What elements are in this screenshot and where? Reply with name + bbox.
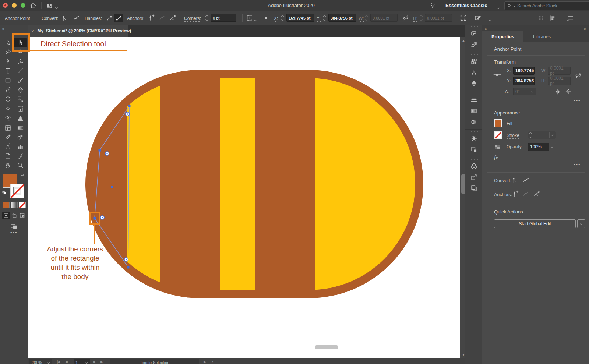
draw-inside-button[interactable] <box>18 212 26 219</box>
opacity-label[interactable]: Opacity <box>507 144 522 150</box>
show-handles-icon[interactable] <box>115 15 122 22</box>
tab-libraries[interactable]: Libraries <box>523 31 560 42</box>
align-options-icon[interactable] <box>549 14 557 22</box>
column-graph-tool[interactable] <box>14 142 27 152</box>
opacity-input[interactable]: 100% <box>528 143 549 151</box>
transform-widget-icon[interactable] <box>459 14 467 22</box>
expand-panel-chevron[interactable]: » <box>584 26 586 31</box>
lightbulb-icon[interactable] <box>429 2 436 9</box>
panel-button-symbols[interactable] <box>465 78 483 89</box>
maximize-window-button[interactable] <box>21 3 25 8</box>
quick-actions-dropdown[interactable] <box>577 219 585 228</box>
tab-properties[interactable]: Properties <box>482 31 523 42</box>
flip-vertical-icon[interactable] <box>565 88 572 95</box>
status-back-icon[interactable]: ‹ <box>212 359 213 364</box>
panel-button-export[interactable] <box>465 172 483 183</box>
rectangle-tool[interactable] <box>1 76 14 85</box>
panel-button-appearance[interactable] <box>465 133 483 144</box>
panel-button-brushes[interactable] <box>465 67 483 78</box>
transform-more-options[interactable]: ••• <box>574 98 581 103</box>
opacity-expand-button[interactable] <box>549 143 556 151</box>
chevron-down-icon[interactable] <box>489 19 492 22</box>
reference-point-icon[interactable] <box>246 14 253 22</box>
artboard-number-dropdown[interactable]: 1 <box>74 359 90 364</box>
draw-behind-button[interactable] <box>10 212 18 219</box>
perspective-grid-tool[interactable] <box>14 114 27 123</box>
add-anchor-icon[interactable] <box>511 190 519 198</box>
draw-normal-button[interactable] <box>2 212 10 219</box>
corners-label[interactable]: Corners: <box>184 16 201 22</box>
rotate-tool[interactable] <box>1 95 14 104</box>
convert-corner-icon[interactable] <box>511 176 519 184</box>
screen-mode-icon[interactable] <box>10 222 18 230</box>
y-input[interactable]: 384.8756 pt <box>328 14 356 22</box>
collapse-panel-chevron[interactable]: « <box>484 26 487 31</box>
reference-point-icon[interactable] <box>493 70 502 79</box>
shaper-tool[interactable] <box>1 85 14 95</box>
add-anchor-icon[interactable] <box>147 14 155 22</box>
canvas[interactable]: ▲ ▼ <box>28 37 467 358</box>
panel-button-graphic-styles[interactable] <box>465 144 483 155</box>
eraser-tool[interactable] <box>14 85 27 95</box>
corners-stepper[interactable] <box>205 14 209 22</box>
mesh-tool[interactable] <box>1 123 14 132</box>
fx-effects-button[interactable]: fx. <box>494 155 500 161</box>
hand-tool[interactable] <box>1 161 14 170</box>
paintbrush-tool[interactable] <box>14 76 27 85</box>
swap-fill-stroke-icon[interactable] <box>18 173 25 180</box>
symbol-sprayer-tool[interactable] <box>1 142 14 152</box>
panel-group-grip[interactable] <box>470 131 478 132</box>
panel-button-layers[interactable] <box>465 160 483 172</box>
stroke-label[interactable]: Stroke <box>507 133 519 139</box>
stroke-color-swatch[interactable] <box>10 184 24 198</box>
start-global-edit-button[interactable]: Start Global Edit <box>494 219 576 228</box>
cut-path-icon[interactable] <box>169 14 177 22</box>
document-tab[interactable]: × My_Sticker.ai* @ 200% (CMYK/GPU Previe… <box>28 25 128 37</box>
unlink-dimensions-icon[interactable] <box>574 71 582 79</box>
workspace-switcher[interactable]: Essentials Classic <box>445 3 487 8</box>
appearance-more-options[interactable]: ••• <box>574 162 581 167</box>
shape-builder-tool[interactable] <box>1 114 14 123</box>
panel-button-transparency[interactable] <box>465 116 483 127</box>
slice-tool[interactable] <box>14 151 27 161</box>
x-input[interactable]: 169.7745 pt <box>286 14 314 22</box>
search-input[interactable]: Search Adobe Stock <box>504 1 589 10</box>
remove-anchor-icon[interactable] <box>522 190 530 198</box>
cut-path-icon[interactable] <box>533 190 541 198</box>
remove-anchor-icon[interactable] <box>158 14 166 22</box>
free-transform-tool[interactable] <box>14 104 27 114</box>
last-artboard-button[interactable]: ▶| <box>100 360 103 364</box>
chevron-down-icon[interactable] <box>55 6 58 9</box>
panel-group-grip[interactable] <box>470 54 478 55</box>
first-artboard-button[interactable]: |◀ <box>57 360 60 364</box>
chevron-down-icon[interactable] <box>254 19 257 22</box>
x-stepper[interactable] <box>281 14 285 22</box>
convert-smooth-icon[interactable] <box>522 176 530 184</box>
panel-button-artboards[interactable] <box>465 183 483 194</box>
flip-horizontal-icon[interactable] <box>554 88 561 95</box>
panel-group-grip[interactable] <box>470 26 478 27</box>
panel-group-grip[interactable] <box>470 159 478 160</box>
stroke-weight-stepper[interactable] <box>528 131 532 139</box>
zoom-level-dropdown[interactable]: 200% <box>29 359 52 364</box>
isolate-object-icon[interactable] <box>474 14 482 22</box>
close-tab-icon[interactable]: × <box>31 28 34 34</box>
fill-label[interactable]: Fill <box>507 121 512 126</box>
arrange-documents-icon[interactable] <box>46 2 53 9</box>
gradient-tool[interactable] <box>14 123 27 132</box>
default-fill-stroke-icon[interactable] <box>1 190 7 195</box>
corners-input[interactable]: 0 pt <box>211 14 236 22</box>
panel-group-grip[interactable] <box>470 93 478 93</box>
edit-toolbar-ellipsis[interactable]: ••• <box>10 230 18 235</box>
hide-handles-icon[interactable] <box>106 15 113 22</box>
blend-tool[interactable] <box>14 132 27 142</box>
unlink-dimensions-icon[interactable] <box>402 14 409 22</box>
panel-button-color[interactable] <box>465 28 483 39</box>
panel-button-color-guide[interactable] <box>465 39 483 50</box>
home-icon[interactable] <box>29 2 37 9</box>
zoom-tool[interactable] <box>14 161 27 170</box>
gradient-mode-button[interactable] <box>11 202 18 208</box>
panel-button-gradient-panel[interactable] <box>465 105 483 116</box>
line-segment-tool[interactable] <box>14 66 27 76</box>
status-tool-well[interactable]: Toggle Selection <box>110 359 199 364</box>
